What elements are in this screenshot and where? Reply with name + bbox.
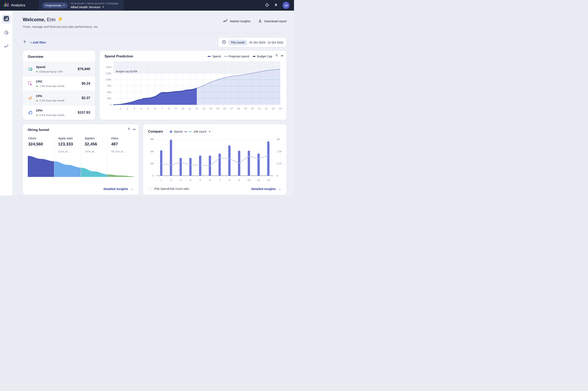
sidebar-item-insights[interactable] <box>2 42 11 51</box>
date-range-value: 01 Oct 2023 - 12 Oct 2023 <box>249 41 283 44</box>
metric-label: CPH <box>36 109 42 112</box>
svg-text:1: 1 <box>120 107 121 110</box>
trend-up-icon <box>36 85 38 87</box>
svg-text:13: 13 <box>202 107 205 110</box>
svg-text:12: 12 <box>267 179 270 181</box>
spend-legend: Spend Projected spend Budget Cap <box>208 55 272 58</box>
notifications-button[interactable] <box>274 3 278 8</box>
job-count-swatch-icon <box>189 131 192 132</box>
svg-text:20: 20 <box>251 107 254 110</box>
market-insights-label: Market insights <box>230 19 250 23</box>
click-icon <box>28 81 33 86</box>
analytics-dashboard: Analytics Programmatic All accounts > De… <box>0 0 294 196</box>
metric-delta: 7.4% from last month <box>39 85 65 88</box>
svg-text:8: 8 <box>168 107 170 110</box>
svg-text:3K: 3K <box>150 162 154 165</box>
chevron-down-icon <box>63 5 65 6</box>
svg-text:16: 16 <box>223 107 226 110</box>
metric-delta: 2.3% from last month <box>39 99 65 102</box>
plot-ratio-checkbox[interactable]: Plot Spend/Job count ratio <box>148 187 189 191</box>
kebab-menu-button[interactable] <box>133 128 135 130</box>
metric-delta: 5.4% from last month <box>39 113 65 117</box>
svg-text:19: 19 <box>244 107 247 110</box>
svg-text:6: 6 <box>154 107 156 110</box>
spend-swatch-icon <box>170 130 172 133</box>
svg-text:2K: 2K <box>277 138 280 141</box>
detailed-insights-link[interactable]: Detailed insights → <box>251 187 281 191</box>
date-range-picker[interactable]: This month 01 Oct 2023 - 12 Oct 2023 <box>219 38 287 47</box>
account-selector[interactable]: Allied Health Services <box>71 5 118 9</box>
filter-funnel-icon <box>23 40 27 45</box>
megaphone-icon <box>28 96 33 100</box>
account-type-switcher[interactable]: Programmatic <box>42 3 67 8</box>
svg-text:9: 9 <box>238 179 240 181</box>
svg-text:75K: 75K <box>107 85 112 88</box>
svg-text:7: 7 <box>161 107 163 110</box>
avatar[interactable]: JJ <box>283 2 290 9</box>
chevron-down-icon <box>209 131 211 132</box>
calendar-icon <box>222 40 226 45</box>
alert-subscribe-button[interactable] <box>275 54 279 58</box>
spend-swatch-icon <box>208 56 211 57</box>
add-filter-label: + Add filter <box>30 41 46 44</box>
svg-text:11: 11 <box>188 107 191 110</box>
svg-text:2: 2 <box>127 107 128 110</box>
hiring-funnel-card: Hiring funnel Clicks 324,560 Apply start… <box>23 124 139 195</box>
filter-row: + Add filter This month 01 Oct 2023 - 12… <box>23 38 287 47</box>
svg-text:21: 21 <box>258 107 261 110</box>
bell-plus-icon <box>275 54 279 58</box>
bar-chart-icon <box>3 15 9 22</box>
sidebar-item-reports[interactable] <box>2 29 11 37</box>
detailed-insights-link[interactable]: Detailed insights → <box>103 187 133 191</box>
logo-bars-icon <box>4 2 9 8</box>
legend-item-budget-cap[interactable]: Budget Cap <box>253 55 272 58</box>
hiring-funnel-title: Hiring funnel <box>28 128 134 132</box>
market-insights-button[interactable]: Market insights <box>223 19 250 24</box>
wave-emoji-icon <box>58 16 63 23</box>
alert-subscribe-button[interactable] <box>127 127 131 132</box>
svg-text:9: 9 <box>175 107 177 110</box>
breadcrumb[interactable]: All accounts > Demo account > Campaign <box>71 2 118 5</box>
help-button[interactable] <box>265 3 269 8</box>
hiring-funnel-chart <box>28 156 134 177</box>
brand-name: Analytics <box>11 3 25 7</box>
bell-icon <box>274 3 278 8</box>
svg-text:3: 3 <box>134 107 135 110</box>
briefcase-dollar-icon <box>28 110 33 115</box>
checkbox-icon <box>148 187 152 191</box>
compare-series-a-label: Spend <box>174 130 183 133</box>
legend-item-spend[interactable]: Spend <box>208 55 220 58</box>
trend-sparkle-icon <box>4 43 9 50</box>
account-context-panel: Programmatic All accounts > Demo account… <box>39 0 124 11</box>
download-report-button[interactable]: Download report <box>258 19 287 23</box>
page-subtitle: Track, manage and forecast your jobs per… <box>23 25 99 28</box>
svg-text:12: 12 <box>195 107 198 110</box>
app-logo[interactable]: Analytics <box>0 2 39 8</box>
funnel-stage-clicks: Clicks 324,560 <box>28 136 54 155</box>
section-divider <box>23 33 287 33</box>
svg-text:18: 18 <box>237 107 240 110</box>
legend-item-projected-spend[interactable]: Projected spend <box>224 55 249 58</box>
metric-value: $76,840 <box>78 67 90 71</box>
svg-text:7: 7 <box>219 179 220 181</box>
budget-cap-swatch-icon <box>253 56 255 57</box>
svg-text:0: 0 <box>152 174 154 177</box>
funnel-stage-apply-start: Apply start 123,333 62% dr… <box>54 136 81 155</box>
chevron-down-icon <box>102 6 104 7</box>
svg-text:1.5K: 1.5K <box>277 150 282 153</box>
bell-plus-icon <box>127 127 131 132</box>
compare-title: Compare <box>148 129 163 134</box>
svg-text:5: 5 <box>147 107 149 110</box>
metric-delta: Overpacing by 10% <box>39 70 63 73</box>
metric-value: $0.24 <box>81 82 90 86</box>
account-type-label: Programmatic <box>45 4 62 7</box>
add-filter-button[interactable]: + Add filter <box>30 41 46 44</box>
lifebuoy-icon <box>265 3 269 8</box>
kebab-menu-button[interactable] <box>281 55 283 57</box>
welcome-row: Welcome, Erin <box>23 16 287 28</box>
overview-row-cpa: CPA 2.3% from last month $2.37 <box>23 91 95 105</box>
arrow-right-icon: → <box>130 187 133 191</box>
sidebar-item-dashboard[interactable] <box>2 14 11 24</box>
compare-series-select[interactable]: Spend vs Job count <box>167 128 214 135</box>
svg-text:8: 8 <box>229 179 230 181</box>
